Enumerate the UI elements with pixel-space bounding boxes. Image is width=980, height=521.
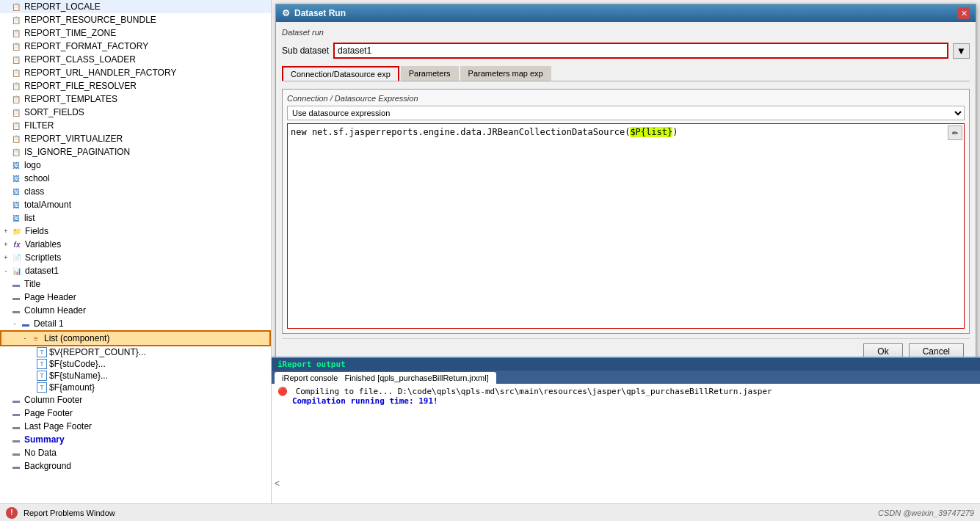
dialog-titlebar-left: ⚙ Dataset Run — [282, 8, 346, 18]
tree-item-report-count[interactable]: T $V{REPORT_COUNT}... — [0, 346, 271, 358]
tree-label-list-component: List (component) — [44, 333, 109, 343]
tree-item-page-footer[interactable]: ▬ Page Footer — [0, 407, 271, 420]
report-class-loader-icon: 📋 — [10, 54, 22, 65]
connection-section: Connection / Datasource Expression Use d… — [282, 89, 970, 334]
tree-label-title: Title — [24, 279, 40, 289]
report-resource-bundle-icon: 📋 — [10, 14, 22, 26]
report-locale-icon: 📋 — [10, 1, 22, 12]
report-url-handler-factory-icon: 📋 — [10, 67, 22, 79]
list-component-expand[interactable]: - — [21, 334, 29, 343]
expression-editor[interactable]: new net.sf.jasperreports.engine.data.JRB… — [287, 123, 965, 329]
report-count-icon: T — [37, 347, 47, 357]
stu-code-icon: T — [37, 359, 47, 369]
tree-item-sort-fields[interactable]: 📋 SORT_FIELDS — [0, 106, 271, 119]
tree-item-last-page-footer[interactable]: ▬ Last Page Footer — [0, 420, 271, 433]
tree-item-detail-1[interactable]: - ▬ Detail 1 — [0, 317, 271, 330]
tree-item-report-file-resolver[interactable]: 📋 REPORT_FILE_RESOLVER — [0, 79, 271, 92]
tree-label-column-footer: Column Footer — [24, 395, 82, 405]
tree-item-variables[interactable]: + fx Variables — [0, 238, 271, 251]
subdataset-row: Sub dataset ▼ — [282, 43, 970, 59]
page-footer-icon: ▬ — [10, 407, 22, 419]
output-compilation-time-text: Compilation running time: 191! — [292, 396, 438, 406]
tree-label-sort-fields: SORT_FIELDS — [24, 107, 84, 117]
tree-item-report-time-zone[interactable]: 📋 REPORT_TIME_ZONE — [0, 26, 271, 40]
left-panel: 📋 REPORT_LOCALE 📋 REPORT_RESOURCE_BUNDLE… — [0, 0, 272, 503]
detail1-expand[interactable]: - — [10, 319, 19, 328]
filter-icon: 📋 — [10, 120, 22, 131]
tree-item-filter[interactable]: 📋 FILTER — [0, 119, 271, 132]
tree-item-scriptlets[interactable]: + 📄 Scriptlets — [0, 251, 271, 264]
output-line-compiling: 🔴 Compiling to file... D:\code\qpls\qpls… — [277, 387, 974, 396]
tree-item-report-url-handler-factory[interactable]: 📋 REPORT_URL_HANDLER_FACTORY — [0, 66, 271, 79]
report-templates-icon: 📋 — [10, 93, 22, 105]
connection-section-title: Connection / Datasource Expression — [287, 94, 965, 103]
tree-label-report-url-handler-factory: REPORT_URL_HANDLER_FACTORY — [24, 68, 176, 78]
output-tab-console-finished: Finished [qpls_purchaseBillReturn.jrxml] — [345, 374, 489, 382]
tree-item-is-ignore-pagination[interactable]: 📋 IS_IGNORE_PAGINATION — [0, 145, 271, 159]
subdataset-input[interactable] — [333, 43, 948, 59]
tree-item-report-resource-bundle[interactable]: 📋 REPORT_RESOURCE_BUNDLE — [0, 13, 271, 26]
dataset1-icon: 📊 — [11, 265, 23, 277]
tree-label-column-header: Column Header — [24, 305, 86, 316]
tree-label-last-page-footer: Last Page Footer — [24, 421, 92, 431]
tree-item-list-component[interactable]: - ≡ List (component) — [0, 330, 271, 346]
tree-label-logo: logo — [24, 160, 41, 170]
tree-item-report-format-factory[interactable]: 📋 REPORT_FORMAT_FACTORY — [0, 40, 271, 53]
tree-label-report-virtualizer: REPORT_VIRTUALIZER — [24, 134, 123, 144]
tree-label-totalamount: totalAmount — [24, 200, 71, 210]
tree-item-fields[interactable]: + 📁 Fields — [0, 225, 271, 238]
watermark: CSDN @weixin_39747279 — [878, 509, 974, 517]
tree-item-report-templates[interactable]: 📋 REPORT_TEMPLATES — [0, 92, 271, 106]
subdataset-dropdown-button[interactable]: ▼ — [953, 43, 970, 59]
tree-item-title[interactable]: ▬ Title — [0, 277, 271, 291]
fields-expand[interactable]: + — [1, 227, 10, 236]
tab-connection[interactable]: Connection/Datasource exp — [282, 66, 399, 81]
tree-item-summary[interactable]: ▬ Summary — [0, 433, 271, 446]
scriptlets-expand[interactable]: + — [1, 253, 10, 262]
tree-item-amount[interactable]: T $F{amount} — [0, 382, 271, 393]
tree-item-report-virtualizer[interactable]: 📋 REPORT_VIRTUALIZER — [0, 132, 271, 145]
variables-icon: fx — [11, 238, 23, 250]
tree-item-list[interactable]: 🖼 list — [0, 211, 271, 225]
tree-item-report-locale[interactable]: 📋 REPORT_LOCALE — [0, 0, 271, 13]
scriptlets-icon: 📄 — [11, 252, 23, 263]
output-tab-console[interactable]: iReport console Finished [qpls_purchaseB… — [275, 372, 496, 384]
tree-item-stu-name[interactable]: T $F{stuName}... — [0, 370, 271, 382]
tree-item-report-class-loader[interactable]: 📋 REPORT_CLASS_LOADER — [0, 53, 271, 66]
tree-item-stu-code[interactable]: T $F{stuCode}... — [0, 358, 271, 370]
tree-item-school[interactable]: 🖼 school — [0, 172, 271, 185]
tree-label-amount: $F{amount} — [49, 382, 95, 393]
expression-highlight: $P{list} — [630, 127, 672, 137]
tree-label-detail-1: Detail 1 — [34, 318, 64, 329]
last-page-footer-icon: ▬ — [10, 420, 22, 432]
tree-label-is-ignore-pagination: IS_IGNORE_PAGINATION — [24, 147, 130, 157]
list-component-icon: ≡ — [30, 332, 42, 344]
tree-item-column-header[interactable]: ▬ Column Header — [0, 304, 271, 317]
dialog-titlebar: ⚙ Dataset Run ✕ — [276, 4, 976, 22]
tree-label-class: class — [24, 186, 44, 197]
dialog-close-button[interactable]: ✕ — [958, 7, 970, 19]
dialog-section-label: Dataset run — [282, 28, 970, 37]
dialog-body: Dataset run Sub dataset ▼ Connection/Dat… — [276, 22, 976, 370]
variables-expand[interactable]: + — [1, 240, 10, 249]
tree-label-report-file-resolver: REPORT_FILE_RESOLVER — [24, 81, 137, 91]
tree-item-totalamount[interactable]: 🖼 totalAmount — [0, 198, 271, 211]
tree-item-background[interactable]: ▬ Background — [0, 459, 271, 473]
tree-item-dataset1[interactable]: - 📊 dataset1 — [0, 264, 271, 277]
tree-label-scriptlets: Scriptlets — [25, 252, 61, 263]
tree-label-page-header: Page Header — [24, 292, 76, 302]
dataset-run-dialog: ⚙ Dataset Run ✕ Dataset run Sub dataset … — [275, 4, 976, 371]
tab-parameters[interactable]: Parameters — [401, 66, 459, 81]
tree-item-page-header[interactable]: ▬ Page Header — [0, 291, 271, 304]
dataset1-expand[interactable]: - — [1, 266, 10, 275]
tab-parameters-map[interactable]: Parameters map exp — [460, 66, 551, 81]
expression-edit-button[interactable]: ✏ — [948, 125, 962, 140]
output-compiling-text: Compiling to file... D:\code\qpls\qpls-m… — [296, 387, 772, 396]
tree-item-class[interactable]: 🖼 class — [0, 185, 271, 198]
tree-item-logo[interactable]: 🖼 logo — [0, 159, 271, 172]
column-header-icon: ▬ — [10, 305, 22, 316]
status-left: ! Report Problems Window — [6, 507, 115, 519]
tree-item-no-data[interactable]: ▬ No Data — [0, 446, 271, 459]
datasource-select[interactable]: Use datasource expression — [287, 106, 965, 120]
tree-item-column-footer[interactable]: ▬ Column Footer — [0, 393, 271, 407]
